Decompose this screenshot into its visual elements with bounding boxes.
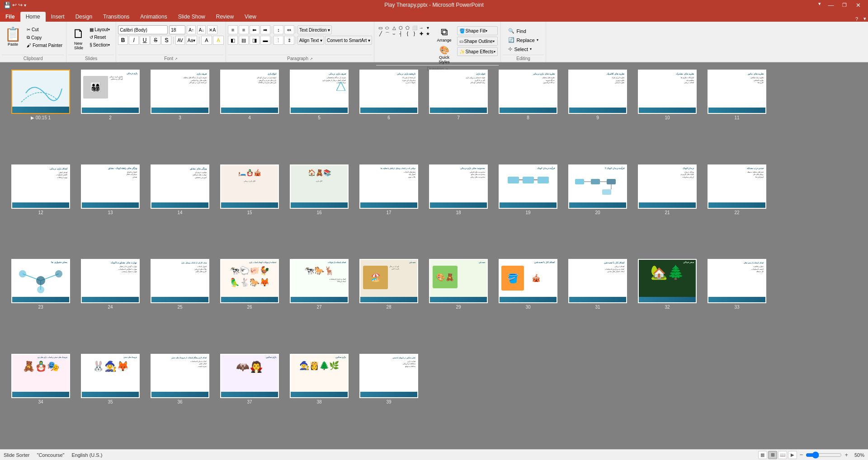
ribbon-help-btn[interactable]: ? [852,16,862,22]
slide-thumb-31[interactable]: اهداف کار با جعبه شن اهداف درمانیکمک به … [566,259,629,347]
slide-thumb-36[interactable]: اهداف لازم و هنگام استفاده از عروسک های … [148,354,212,442]
zoom-decrease-btn[interactable]: − [800,451,803,458]
slide-thumb-5[interactable]: تعریف بازی درمانی تعریف از دیدگاه متخصصا… [288,70,351,158]
slide-thumb-11[interactable]: نظریه های مانور نظریه رشد شناختینظریه اج… [705,70,769,158]
slide-thumb-35[interactable]: عروسک های دستی 🐰🧙‍♀️🦊 35 [79,354,142,442]
reset-button[interactable]: ↺ Reset [88,34,112,41]
slide-thumb-1[interactable]: ▶ 00:15 1 [9,70,72,158]
char-spacing-btn[interactable]: AV [175,36,185,45]
shape-arc[interactable]: ⌒ [384,31,391,38]
slide-thumb-13[interactable]: ویژگی های رابطه کودک - مشاور اعتماد و اح… [79,164,142,253]
shape-rect[interactable]: ▭ [377,25,384,31]
shape-cylinder[interactable]: ⬜ [411,25,418,31]
slide-thumb-6[interactable]: تاریخچه بازی درمانی تاریخچه از قرن ۱۹پیش… [357,70,420,158]
slide-thumb-39[interactable]: نقش مشاور در بازیهای تجسمی هدایت بازیمشا… [357,354,420,442]
shape-connector[interactable]: ┤ [398,31,404,38]
underline-btn[interactable]: U [140,36,150,45]
find-btn[interactable]: 🔍 Find [506,27,540,35]
bold-btn[interactable]: B [118,36,128,45]
slide-thumb-18[interactable]: محدودیت های بازی درمانی محدودیت های اجرا… [427,164,490,253]
section-button[interactable]: § Section ▾ [88,42,112,48]
slide-thumb-8[interactable]: نظریه های بازی درمانی نظریه های مختلفدید… [496,70,560,158]
shape-bracket[interactable]: { [405,31,411,38]
slide-thumb-19[interactable]: فرآیند درمان کودک 19 [496,164,560,253]
close-btn[interactable]: ✕ [852,1,864,9]
shape-rhombus[interactable]: ⬡ [398,25,404,31]
slide-thumb-14[interactable]: ویژگی های مشاور صلاحیت حرفه ایمهارت های … [148,164,212,253]
paste-button[interactable]: 📋 Paste [2,25,24,47]
font-name-input[interactable] [118,25,168,34]
minimize-btn[interactable]: — [825,1,837,9]
decrease-font-btn[interactable]: A↓ [197,25,206,34]
slide-thumb-29[interactable]: جعبه شن 🎨🧸 29 [427,259,490,347]
ribbon-collapse-btn[interactable]: ▾ [816,1,824,9]
shape-effects-btn[interactable]: ✨ Shape Effects ▾ [457,47,498,56]
slide-thumb-20[interactable]: فرآیند درمان کودک ۲ 20 [566,164,629,253]
slide-thumb-26[interactable]: استفاده از حیوانات کوچک اسباب بازی 🐄🐑🐖🐓 … [218,259,281,347]
change-case-btn[interactable]: Aa▾ [186,36,197,45]
slide-thumb-33[interactable]: اهداف استفاده از سفر خیالی تخیل و خلاقیت… [705,259,769,347]
slide-thumb-25[interactable]: هدف کارکرد از انتخاب وسایل بازی اصول انت… [148,259,212,347]
convert-smartart-btn[interactable]: Convert to SmartArt ▾ [325,36,372,45]
normal-view-btn[interactable]: ▦ [758,451,767,459]
shape-curve[interactable]: ⌣ [391,31,397,38]
shape-triangle[interactable]: △ [391,25,397,31]
tab-slideshow[interactable]: Slide Show [173,12,211,22]
slide-sorter-btn[interactable]: ⊞ [768,451,777,459]
font-color-btn[interactable]: A [201,36,212,45]
layout-button[interactable]: ▦ Layout ▾ [88,26,112,33]
tab-home[interactable]: Home [20,12,46,22]
shape-line[interactable]: ╱ [377,31,384,38]
slide-thumb-2[interactable]: بازی درمانی 👨‍👩‍👧‍👦 نمایش بازی درمانیکود… [79,70,142,158]
save-btn[interactable]: 💾 [4,2,11,9]
increase-font-btn[interactable]: A↑ [187,25,196,34]
cut-button[interactable]: ✂ Cut [25,26,64,33]
justify-btn[interactable]: ▬ [260,36,270,45]
shape-star[interactable]: ★ [425,31,431,38]
col-spacing2-btn[interactable]: ⇕ [284,36,294,45]
bullets-btn[interactable]: ≡ [228,25,238,34]
slide-thumb-34[interactable]: عروسک های دستی و اسباب بازی های نرم 🧸🪆🎭 … [9,354,72,442]
slide-thumb-12[interactable]: اهداف بازی درمانی اهداف اصلیکاهش اضطرابب… [9,164,72,253]
text-shadow-btn[interactable]: S [161,36,171,45]
tab-review[interactable]: Review [211,12,239,22]
slide-thumb-24[interactable]: مهارت های مشاوره با کودک مهارت گوش دادن … [79,259,142,347]
italic-btn[interactable]: I [129,36,139,45]
slide-thumb-9[interactable]: نظریه های کلاسیک نظریه انرژی مازادنظریه … [566,70,629,158]
slide-thumb-21[interactable]: درمان کودک مراحل درمانتکنیک های کاربردیا… [636,164,699,253]
copy-button[interactable]: ⧉ Copy [25,34,64,41]
slide-thumb-7[interactable]: فواید بازی فواید جسمانی و روانی بازیتاثی… [427,70,490,158]
zoom-increase-btn[interactable]: + [844,451,848,458]
customize-qa-btn[interactable]: ▾ [24,2,26,9]
col-spacing-btn[interactable]: ⇔ [284,25,294,34]
shape-more[interactable]: ▾ [425,25,431,31]
tab-file[interactable]: File [0,12,20,22]
restore-btn[interactable]: ❐ [838,1,851,9]
slide-thumb-16[interactable]: 🏠🧸📚 اتاق بازی 16 [288,164,351,253]
arrange-button[interactable]: ⧉ Arrange [433,25,456,43]
zoom-level[interactable]: 50% [851,452,864,458]
clear-format-btn[interactable]: ✕A [207,25,217,34]
tab-view[interactable]: View [239,12,262,22]
tab-transitions[interactable]: Transitions [98,12,135,22]
tab-insert[interactable]: Insert [46,12,70,22]
tab-design[interactable]: Design [70,12,98,22]
slide-thumb-23[interactable]: محلی دشواری ها 23 [9,259,72,347]
slideshow-btn[interactable]: ▶ [788,451,797,459]
reading-view-btn[interactable]: 📖 [778,451,787,459]
shape-ellipse[interactable]: ⬭ [384,25,391,31]
slide-thumb-3[interactable]: تعریف بازی تعریف بازی از دیدگاه های مختل… [148,70,212,158]
slide-thumb-28[interactable]: جعبه شن 🏖️ کودک در حالبازی با شن 28 [357,259,420,347]
slide-thumb-38[interactable]: بازی نمادین 🧙‍♀️👸🌲🌿 38 [288,354,351,442]
tab-animations[interactable]: Animations [135,12,172,22]
numbered-btn[interactable]: ≡ [239,25,249,34]
line-spacing-btn[interactable]: ↕ [274,25,283,34]
ribbon-expand-btn[interactable]: ▾ [862,16,868,22]
align-text-btn[interactable]: Align Text ▾ [297,36,324,45]
highlight-btn[interactable]: A [213,36,224,45]
font-size-input[interactable] [169,25,185,34]
align-right-btn[interactable]: ◨ [250,36,259,45]
undo-btn[interactable]: ↩ [12,2,17,9]
cols-btn[interactable]: ⋮ [274,36,283,45]
slide-thumb-30[interactable]: اهداف کار با جعبه شن 🪣 🎪 30 [496,259,560,347]
